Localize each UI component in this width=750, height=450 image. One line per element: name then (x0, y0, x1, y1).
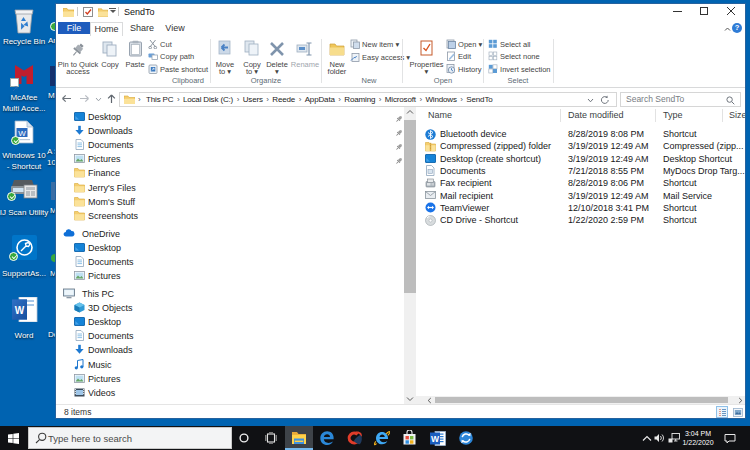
svg-text:W: W (15, 305, 25, 316)
svg-text:W: W (431, 434, 440, 444)
svg-text:W: W (18, 129, 26, 138)
